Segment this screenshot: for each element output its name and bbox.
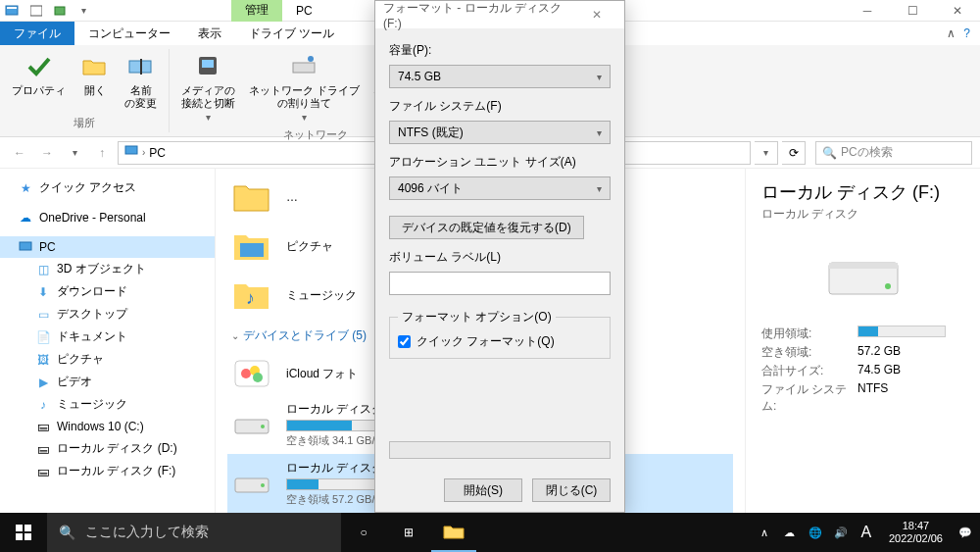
minimize-button[interactable]: ─	[845, 0, 890, 22]
back-button[interactable]: ←	[8, 141, 31, 165]
restore-defaults-button[interactable]: デバイスの既定値を復元する(D)	[389, 216, 584, 239]
explorer-taskbar-icon[interactable]	[431, 513, 476, 552]
ribbon-rename[interactable]: 名前 の変更	[119, 49, 163, 112]
details-pane: ローカル ディスク (F:) ローカル ディスク 使用領域: 空き領域:57.2…	[745, 169, 980, 520]
ribbon-media[interactable]: メディアの 接続と切断▾	[175, 49, 241, 125]
svg-rect-14	[125, 146, 137, 154]
tray-chevron-icon[interactable]: ∧	[756, 524, 773, 541]
onedrive-tray-icon[interactable]: ☁	[781, 524, 799, 541]
navigation-pane: ★ クイック アクセス ☁ OneDrive - Personal PC ◫3D…	[0, 169, 216, 520]
document-icon: 📄	[35, 329, 51, 345]
tab-drive-tools[interactable]: ドライブ ツール	[235, 22, 348, 45]
nav-local-d[interactable]: 🖴ローカル ディスク (D:)	[0, 437, 215, 460]
network-tray-icon[interactable]: 🌐	[807, 524, 824, 541]
taskbar: 🔍 ここに入力して検索 ○ ⊞ ∧ ☁ 🌐 🔊 A 18:47 2022/02/…	[0, 513, 980, 552]
tab-file[interactable]: ファイル	[0, 22, 74, 45]
capacity-select[interactable]: 74.5 GB▾	[389, 65, 611, 88]
taskbar-search[interactable]: 🔍 ここに入力して検索	[47, 513, 341, 552]
svg-point-21	[253, 373, 263, 382]
context-tab-manage[interactable]: 管理	[231, 0, 282, 22]
history-dropdown[interactable]: ▾	[755, 141, 778, 165]
ribbon-properties[interactable]: プロパティ	[6, 49, 72, 99]
tab-computer[interactable]: コンピューター	[74, 22, 184, 45]
breadcrumb-pc[interactable]: PC	[149, 146, 166, 160]
close-button[interactable]: ✕	[935, 0, 980, 22]
taskbar-clock[interactable]: 18:47 2022/02/06	[883, 520, 949, 545]
format-progress-bar	[389, 441, 611, 459]
details-subtitle: ローカル ディスク	[761, 206, 964, 223]
nav-windows-c[interactable]: 🖴Windows 10 (C:)	[0, 416, 215, 437]
nav-videos[interactable]: ▶ビデオ	[0, 371, 215, 393]
svg-rect-27	[829, 263, 898, 269]
cube-icon: ◫	[35, 262, 51, 277]
cloud-icon: ☁	[18, 210, 33, 226]
svg-rect-16	[240, 243, 264, 257]
start-button[interactable]	[0, 513, 47, 552]
pictures-folder-icon	[231, 227, 272, 265]
drive-large-icon	[824, 246, 903, 305]
svg-point-28	[885, 283, 891, 289]
drive-icon	[231, 409, 272, 440]
volume-tray-icon[interactable]: 🔊	[832, 524, 850, 541]
chevron-down-icon: ▾	[597, 127, 602, 138]
allocation-select[interactable]: 4096 バイト▾	[389, 176, 611, 200]
tab-view[interactable]: 表示	[184, 22, 235, 45]
nav-pictures[interactable]: 🖼ピクチャ	[0, 348, 215, 371]
volume-label-input[interactable]	[389, 272, 611, 295]
recent-dropdown[interactable]: ▾	[63, 141, 86, 165]
notifications-icon[interactable]: 💬	[956, 524, 974, 541]
capacity-label: 容量(P):	[389, 42, 611, 59]
drive-icon: 🖴	[35, 441, 51, 457]
dialog-titlebar[interactable]: フォーマット - ローカル ディスク (F:) ✕	[375, 1, 624, 28]
used-bar	[858, 326, 946, 337]
help-chevron-icon[interactable]: ∧	[947, 26, 956, 40]
app-icon	[4, 3, 20, 19]
svg-rect-3	[55, 7, 65, 15]
drive-icon: 🖴	[35, 464, 51, 479]
svg-rect-30	[24, 525, 31, 531]
svg-point-9	[308, 56, 314, 62]
chevron-down-icon: ▾	[597, 183, 602, 194]
qat-dropdown[interactable]: ▾	[73, 1, 94, 21]
svg-point-25	[261, 483, 265, 487]
nav-documents[interactable]: 📄ドキュメント	[0, 326, 215, 348]
help-icon[interactable]: ?	[963, 26, 970, 40]
quick-format-check-input[interactable]	[398, 335, 411, 348]
nav-quick-access[interactable]: ★ クイック アクセス	[0, 176, 215, 199]
group-label-place: 場所	[74, 114, 95, 132]
nav-local-f[interactable]: 🖴ローカル ディスク (F:)	[0, 460, 215, 482]
refresh-button[interactable]: ⟳	[782, 141, 806, 165]
up-button[interactable]: ↑	[90, 141, 114, 165]
ribbon-open[interactable]: 開く	[74, 49, 117, 99]
cortana-icon[interactable]: ○	[341, 513, 386, 552]
forward-button[interactable]: →	[35, 141, 59, 165]
dialog-close-button[interactable]: ✕	[578, 8, 616, 22]
search-input[interactable]: 🔍 PCの検索	[815, 141, 972, 165]
music-folder-icon: ♪	[231, 276, 272, 314]
qat-item[interactable]	[25, 1, 47, 21]
qat-item[interactable]	[49, 1, 71, 21]
chevron-down-icon: ▾	[597, 72, 602, 82]
maximize-button[interactable]: ☐	[890, 0, 935, 22]
nav-downloads[interactable]: ⬇ダウンロード	[0, 280, 215, 303]
nav-music[interactable]: ♪ミュージック	[0, 393, 215, 416]
filesystem-select[interactable]: NTFS (既定)▾	[389, 121, 611, 144]
allocation-label: アロケーション ユニット サイズ(A)	[389, 154, 611, 171]
ribbon-map-drive[interactable]: ネットワーク ドライブ の割り当て▾	[243, 49, 366, 125]
volume-label-label: ボリューム ラベル(L)	[389, 249, 611, 266]
folder-open-icon	[79, 51, 111, 82]
task-view-icon[interactable]: ⊞	[386, 513, 431, 552]
nav-pc[interactable]: PC	[0, 236, 215, 258]
format-dialog: フォーマット - ローカル ディスク (F:) ✕ 容量(P): 74.5 GB…	[374, 0, 625, 513]
ime-tray-icon[interactable]: A	[858, 524, 875, 541]
context-tab-pc: PC	[282, 1, 326, 21]
close-button[interactable]: 閉じる(C)	[532, 478, 611, 502]
format-options-fieldset: フォーマット オプション(O) クイック フォーマット(Q)	[389, 309, 611, 359]
music-icon: ♪	[35, 397, 51, 413]
nav-desktop[interactable]: ▭デスクトップ	[0, 303, 215, 326]
nav-onedrive[interactable]: ☁ OneDrive - Personal	[0, 207, 215, 228]
svg-rect-7	[202, 60, 214, 68]
quick-format-checkbox[interactable]: クイック フォーマット(Q)	[398, 333, 602, 350]
nav-3d-objects[interactable]: ◫3D オブジェクト	[0, 258, 215, 280]
start-button[interactable]: 開始(S)	[444, 478, 522, 502]
